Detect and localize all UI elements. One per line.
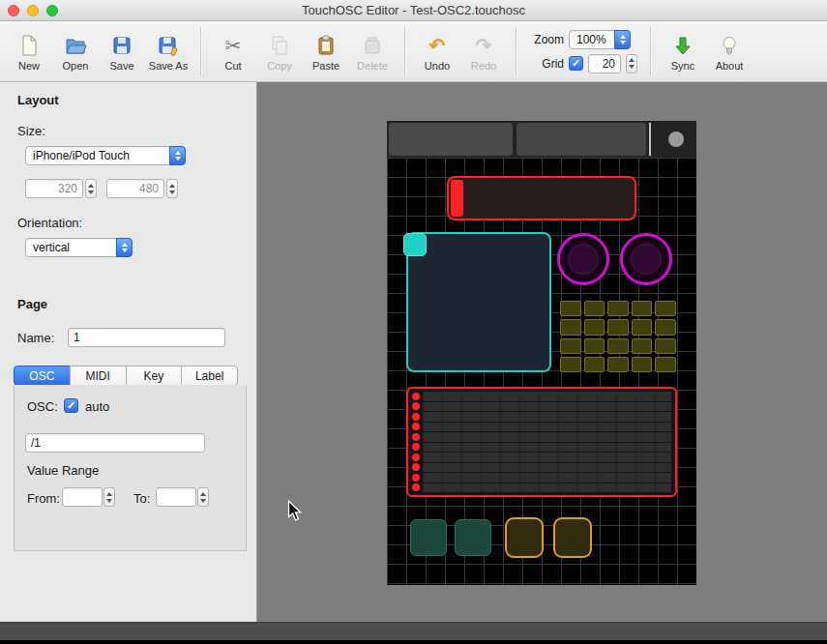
size-label: Size: <box>17 124 45 138</box>
toggle-button-control[interactable] <box>403 233 427 256</box>
grid-checkbox[interactable]: ✓ <box>569 56 583 71</box>
width-input[interactable] <box>25 179 83 198</box>
save-button-label: Save <box>109 60 133 72</box>
multitoggle-grid[interactable] <box>559 300 677 373</box>
osc-address-input[interactable] <box>25 433 205 453</box>
multifader-control[interactable] <box>406 387 677 497</box>
multitoggle-cell[interactable] <box>584 357 605 372</box>
copy-button[interactable]: Copy <box>256 25 303 77</box>
chevron-updown-icon <box>614 30 631 49</box>
push-button-control[interactable] <box>455 519 491 556</box>
multitoggle-cell[interactable] <box>560 338 581 354</box>
range-from-input[interactable] <box>62 487 103 507</box>
multitoggle-cell[interactable] <box>607 319 629 335</box>
tab-label[interactable]: Label <box>181 366 238 386</box>
multifader-row[interactable] <box>412 432 671 442</box>
fader-dot[interactable] <box>412 483 420 491</box>
multifader-row[interactable] <box>412 463 671 473</box>
tab-midi[interactable]: MIDI <box>70 366 127 386</box>
multitoggle-cell[interactable] <box>607 338 629 354</box>
delete-button[interactable]: Delete <box>349 25 396 77</box>
multifader-row[interactable] <box>412 402 671 412</box>
multitoggle-cell[interactable] <box>607 301 629 316</box>
save-as-button[interactable]: Save As <box>145 25 192 77</box>
fader-handle[interactable] <box>451 180 463 217</box>
multifader-row[interactable] <box>412 473 671 483</box>
layout-page-surface[interactable] <box>387 121 696 585</box>
multitoggle-cell[interactable] <box>655 338 676 354</box>
grid-size-input[interactable] <box>588 54 621 73</box>
save-button[interactable]: Save <box>99 25 145 77</box>
fader-dot[interactable] <box>412 454 420 461</box>
fader-dot[interactable] <box>412 402 420 410</box>
height-input[interactable] <box>106 179 164 198</box>
grid-size-stepper[interactable] <box>626 54 637 73</box>
toggle-button-control[interactable] <box>505 517 544 558</box>
about-button[interactable]: About <box>706 25 753 77</box>
page-indicator-dot[interactable] <box>668 132 684 147</box>
height-stepper[interactable] <box>166 179 178 198</box>
orientation-select[interactable]: vertical <box>25 238 133 257</box>
size-select[interactable]: iPhone/iPod Touch <box>25 146 186 165</box>
maximize-button[interactable] <box>46 5 58 16</box>
tab-key[interactable]: Key <box>126 366 183 386</box>
multifader-row[interactable] <box>412 483 671 493</box>
save-icon <box>110 32 133 59</box>
multitoggle-cell[interactable] <box>584 338 605 354</box>
multitoggle-cell[interactable] <box>584 319 605 335</box>
multifader-row[interactable] <box>412 412 671 422</box>
fader-dot[interactable] <box>412 463 420 471</box>
page-name-input[interactable] <box>68 328 225 347</box>
sync-button-label: Sync <box>671 60 694 72</box>
multitoggle-cell[interactable] <box>632 338 653 354</box>
sync-button[interactable]: Sync <box>660 25 706 77</box>
multitoggle-cell[interactable] <box>632 301 653 316</box>
fader-dot[interactable] <box>412 474 420 482</box>
fader-dot[interactable] <box>412 423 420 430</box>
multitoggle-cell[interactable] <box>560 357 581 372</box>
horizontal-fader-control[interactable] <box>447 176 636 220</box>
close-button[interactable] <box>8 5 19 16</box>
push-button-control[interactable] <box>410 519 447 556</box>
multitoggle-cell[interactable] <box>560 301 581 316</box>
osc-auto-checkbox[interactable]: ✓ <box>64 398 78 413</box>
copy-icon <box>268 32 291 59</box>
multifader-row[interactable] <box>412 392 671 401</box>
multifader-row[interactable] <box>412 443 671 453</box>
minimize-button[interactable] <box>27 5 39 16</box>
multitoggle-cell[interactable] <box>632 357 653 372</box>
multitoggle-cell[interactable] <box>632 319 653 335</box>
zoom-select-value: 100% <box>570 33 614 46</box>
rotary-knob-control[interactable] <box>620 233 672 285</box>
toggle-button-control[interactable] <box>553 517 592 558</box>
fader-dot[interactable] <box>412 443 420 451</box>
range-to-input[interactable] <box>156 487 196 507</box>
zoom-select[interactable]: 100% <box>569 30 631 49</box>
xy-pad-control[interactable] <box>406 232 551 372</box>
multitoggle-cell[interactable] <box>655 319 676 335</box>
range-to-stepper[interactable] <box>197 487 209 507</box>
multifader-row[interactable] <box>412 453 671 462</box>
redo-button[interactable]: ↷ Redo <box>460 25 507 77</box>
editor-canvas[interactable] <box>257 82 827 622</box>
tab-osc[interactable]: OSC <box>14 366 71 386</box>
new-button[interactable]: New <box>6 25 52 77</box>
rotary-knob-control[interactable] <box>557 233 609 285</box>
width-stepper[interactable] <box>85 179 97 198</box>
fader-dot[interactable] <box>412 433 420 441</box>
page-tab-1[interactable] <box>389 123 513 156</box>
cut-button[interactable]: ✂ Cut <box>210 25 256 77</box>
fader-dot[interactable] <box>412 413 420 421</box>
multitoggle-cell[interactable] <box>655 357 676 372</box>
open-button[interactable]: Open <box>52 25 99 77</box>
multitoggle-cell[interactable] <box>655 301 676 316</box>
undo-button[interactable]: ↶ Undo <box>414 25 460 77</box>
paste-button[interactable]: Paste <box>303 25 349 77</box>
multitoggle-cell[interactable] <box>584 301 605 316</box>
multitoggle-cell[interactable] <box>607 357 629 372</box>
multifader-row[interactable] <box>412 423 671 432</box>
page-tab-2[interactable] <box>517 123 646 156</box>
multitoggle-cell[interactable] <box>560 319 581 335</box>
range-from-stepper[interactable] <box>103 487 115 507</box>
fader-dot[interactable] <box>412 393 420 400</box>
